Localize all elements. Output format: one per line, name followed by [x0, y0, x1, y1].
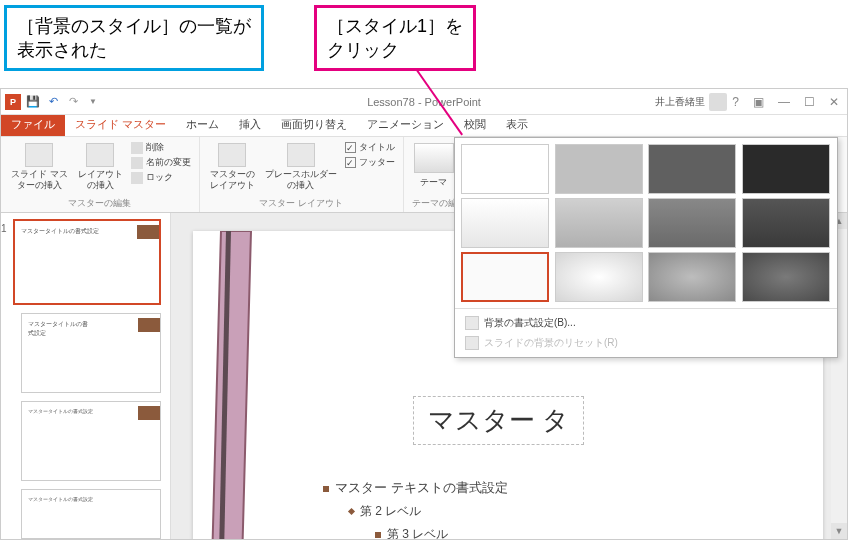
style-swatch-5[interactable] [461, 198, 549, 248]
style-swatch-2[interactable] [555, 144, 643, 194]
bullet-icon [375, 532, 381, 538]
reset-background-item: スライドの背景のリセット(R) [461, 333, 831, 353]
checkbox-icon [345, 157, 356, 168]
insert-slide-master-icon [25, 143, 53, 167]
delete-icon [131, 142, 143, 154]
ribbon-tabs: ファイル スライド マスター ホーム 挿入 画面切り替え アニメーション 校閲 … [1, 115, 847, 137]
style-swatch-7[interactable] [648, 198, 736, 248]
callout-pink-line2: クリック [327, 38, 463, 62]
slide-ribbon-decoration [201, 231, 261, 539]
bullet-icon [323, 486, 329, 492]
help-icon[interactable]: ? [728, 93, 743, 111]
callout-pink-line1: ［スタイル1］を [327, 14, 463, 38]
rename-button[interactable]: 名前の変更 [131, 156, 191, 169]
user-area[interactable]: 井上香緒里 [655, 93, 727, 111]
callout-pink: ［スタイル1］を クリック [314, 5, 476, 71]
style-swatch-9[interactable] [461, 252, 549, 302]
tab-view[interactable]: 表示 [496, 113, 538, 136]
format-bg-icon [465, 316, 479, 330]
footer-checkbox[interactable]: フッター [345, 156, 395, 169]
qat-dropdown-icon[interactable]: ▼ [85, 94, 101, 110]
user-avatar [709, 93, 727, 111]
save-icon[interactable]: 💾 [25, 94, 41, 110]
theme-thumb-icon [414, 143, 454, 173]
master-layout-button[interactable]: マスターの レイアウト [208, 141, 257, 193]
tab-home[interactable]: ホーム [176, 113, 229, 136]
body-level-1: マスター テキストの書式設定 [323, 479, 508, 497]
dropdown-footer: 背景の書式設定(B)... スライドの背景のリセット(R) [455, 308, 837, 357]
checkbox-icon [345, 142, 356, 153]
style-swatch-6[interactable] [555, 198, 643, 248]
window-controls: ? ▣ — ☐ ✕ [728, 93, 843, 111]
style-grid [455, 138, 837, 308]
layout-thumbnail[interactable]: マスタータイトルの書式設定 [21, 313, 161, 393]
quick-access-toolbar: P 💾 ↶ ↷ ▼ [1, 94, 101, 110]
callout-blue: ［背景のスタイル］の一覧が 表示された [4, 5, 264, 71]
tab-slidemaster[interactable]: スライド マスター [65, 113, 176, 136]
bullet-icon [348, 508, 355, 515]
tab-animation[interactable]: アニメーション [357, 113, 454, 136]
user-name: 井上香緒里 [655, 95, 705, 109]
thumb-number: 1 [1, 223, 7, 234]
insert-layout-button[interactable]: レイアウト の挿入 [76, 141, 125, 193]
tab-file[interactable]: ファイル [1, 113, 65, 136]
style-swatch-8[interactable] [742, 198, 830, 248]
style-swatch-10[interactable] [555, 252, 643, 302]
group-label-master-layout: マスター レイアウト [208, 197, 395, 210]
maximize-icon[interactable]: ☐ [800, 93, 819, 111]
delete-button[interactable]: 削除 [131, 141, 191, 154]
body-level-3: 第 3 レベル [375, 526, 508, 539]
lock-button[interactable]: ロック [131, 171, 191, 184]
thumb-decoration [137, 225, 159, 239]
ribbon-group-master-edit: スライド マス ターの挿入 レイアウト の挿入 削除 名前の変更 ロック マスタ… [1, 137, 200, 212]
insert-slide-master-button[interactable]: スライド マス ターの挿入 [9, 141, 70, 193]
background-style-dropdown: 背景の書式設定(B)... スライドの背景のリセット(R) [454, 137, 838, 358]
thumbnail-pane[interactable]: 1 マスタータイトルの書式設定 マスタータイトルの書式設定 マスタータイトルの書… [1, 213, 171, 539]
layout-thumbnail[interactable]: マスタータイトルの書式設定 [21, 489, 161, 539]
scroll-down-icon[interactable]: ▼ [831, 523, 847, 539]
group-label-master-edit: マスターの編集 [9, 197, 191, 210]
insert-placeholder-button[interactable]: プレースホルダー の挿入 [263, 141, 339, 193]
slide-title-placeholder[interactable]: マスター タ [413, 396, 584, 445]
style-swatch-4[interactable] [742, 144, 830, 194]
lock-icon [131, 172, 143, 184]
style-swatch-1[interactable] [461, 144, 549, 194]
rename-icon [131, 157, 143, 169]
master-thumbnail[interactable]: 1 マスタータイトルの書式設定 [13, 219, 161, 305]
titlebar: P 💾 ↶ ↷ ▼ Lesson78 - PowerPoint 井上香緒里 ? … [1, 89, 847, 115]
insert-layout-icon [86, 143, 114, 167]
style-swatch-3[interactable] [648, 144, 736, 194]
insert-placeholder-icon [287, 143, 315, 167]
style-swatch-11[interactable] [648, 252, 736, 302]
window-title: Lesson78 - PowerPoint [367, 96, 481, 108]
tab-insert[interactable]: 挿入 [229, 113, 271, 136]
style-swatch-12[interactable] [742, 252, 830, 302]
ribbon-options-icon[interactable]: ▣ [749, 93, 768, 111]
undo-icon[interactable]: ↶ [45, 94, 61, 110]
callout-blue-line1: ［背景のスタイル］の一覧が [17, 14, 251, 38]
theme-button[interactable]: テーマ [412, 141, 456, 190]
close-icon[interactable]: ✕ [825, 93, 843, 111]
minimize-icon[interactable]: — [774, 93, 794, 111]
body-level-2: 第 2 レベル [349, 503, 508, 520]
tab-transition[interactable]: 画面切り替え [271, 113, 357, 136]
ribbon-group-master-layout: マスターの レイアウト プレースホルダー の挿入 タイトル フッター マスター … [200, 137, 404, 212]
master-layout-icon [218, 143, 246, 167]
title-checkbox[interactable]: タイトル [345, 141, 395, 154]
callout-blue-line2: 表示された [17, 38, 251, 62]
slide-body-placeholder[interactable]: マスター テキストの書式設定 第 2 レベル 第 3 レベル 第 4 レベル 第… [323, 479, 508, 539]
reset-bg-icon [465, 336, 479, 350]
layout-thumbnail[interactable]: マスタータイトルの書式設定 [21, 401, 161, 481]
format-background-item[interactable]: 背景の書式設定(B)... [461, 313, 831, 333]
powerpoint-icon: P [5, 94, 21, 110]
redo-icon[interactable]: ↷ [65, 94, 81, 110]
